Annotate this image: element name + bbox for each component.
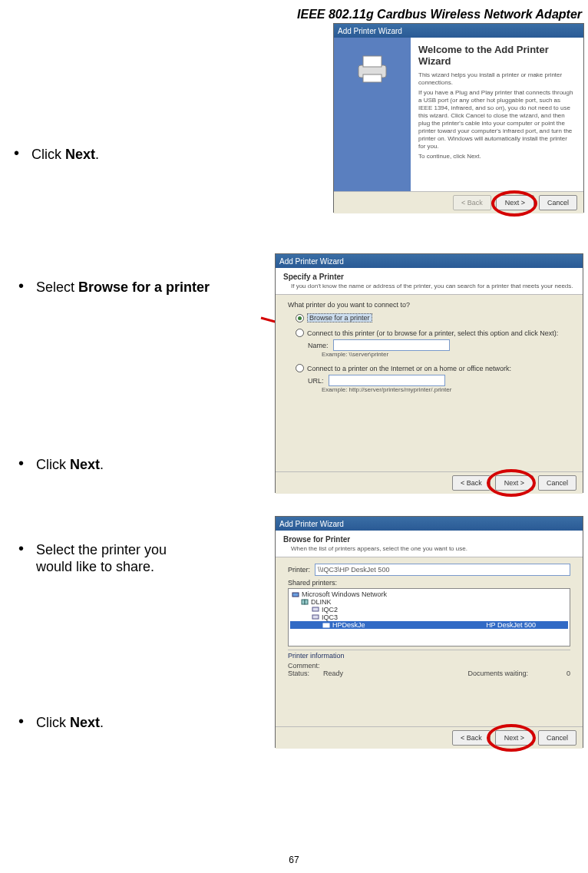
tree-row-group[interactable]: DLINK bbox=[290, 598, 568, 606]
back-button[interactable]: < Back bbox=[452, 475, 491, 491]
wizard-note-text: If you have a Plug and Play printer that… bbox=[418, 89, 576, 150]
option-connect-name[interactable]: Connect to this printer (or to browse fo… bbox=[296, 329, 570, 337]
page: IEEE 802.11g Cardbus Wireless Network Ad… bbox=[0, 0, 588, 873]
name-field[interactable] bbox=[333, 339, 450, 351]
printer-icon bbox=[354, 50, 391, 87]
wizard-welcome: Add Printer Wizard Welcome to the Add Pr… bbox=[333, 23, 584, 213]
wizard-header-title: Specify a Printer bbox=[283, 273, 344, 281]
instruction-text: Click Next. bbox=[36, 456, 104, 473]
bullet-icon: • bbox=[14, 146, 19, 160]
tree-row-printer-selected[interactable]: HPDeskJe HP DeskJet 500 bbox=[290, 621, 568, 629]
instruction-text: Click Next. bbox=[31, 146, 99, 163]
url-example: Example: http://server/printers/myprinte… bbox=[322, 386, 570, 393]
wizard-intro-text: This wizard helps you install a printer … bbox=[418, 71, 576, 87]
computer-icon bbox=[312, 613, 319, 621]
radio-icon bbox=[296, 329, 304, 337]
wizard-header: Browse for Printer When the list of prin… bbox=[276, 531, 583, 557]
wizard-sidebar bbox=[334, 38, 411, 191]
wizard-title: Add Printer Wizard bbox=[279, 520, 344, 528]
name-label: Name: bbox=[308, 342, 329, 349]
network-icon bbox=[292, 590, 299, 598]
bullet-icon: • bbox=[18, 541, 24, 555]
instruction-text: Select the printer you would like to sha… bbox=[36, 541, 167, 575]
url-label: URL: bbox=[308, 377, 324, 385]
back-button[interactable]: < Back bbox=[452, 730, 491, 746]
wizard-button-row: < Back Next > Cancel bbox=[334, 191, 583, 213]
svg-rect-8 bbox=[312, 607, 319, 611]
wizard-title: Add Printer Wizard bbox=[338, 27, 402, 35]
wizard-titlebar: Add Printer Wizard bbox=[276, 254, 583, 268]
next-button[interactable]: Next > bbox=[495, 730, 533, 746]
next-button[interactable]: Next > bbox=[496, 195, 534, 210]
name-example: Example: \\server\printer bbox=[322, 351, 570, 358]
wizard-header-title: Browse for Printer bbox=[283, 535, 350, 544]
svg-rect-1 bbox=[363, 56, 382, 67]
wizard-browse-printer: Add Printer Wizard Browse for Printer Wh… bbox=[275, 516, 583, 748]
cancel-button[interactable]: Cancel bbox=[539, 195, 577, 210]
svg-rect-9 bbox=[312, 615, 319, 619]
wizard-continue-text: To continue, click Next. bbox=[418, 153, 576, 160]
bullet-icon: • bbox=[18, 714, 24, 728]
comment-label: Comment: bbox=[288, 662, 320, 670]
radio-icon bbox=[296, 364, 304, 372]
option-connect-url[interactable]: Connect to a printer on the Internet or … bbox=[296, 364, 570, 372]
wizard-title: Add Printer Wizard bbox=[279, 257, 344, 266]
wizard-header-sub: If you don't know the name or address of… bbox=[291, 283, 575, 289]
wizard-titlebar: Add Printer Wizard bbox=[334, 24, 583, 38]
tree-row-network[interactable]: Microsoft Windows Network bbox=[290, 590, 568, 598]
cancel-button[interactable]: Cancel bbox=[538, 475, 576, 491]
cancel-button[interactable]: Cancel bbox=[538, 730, 576, 746]
docs-waiting-label: Documents waiting: bbox=[467, 670, 528, 677]
printer-icon bbox=[322, 621, 330, 629]
wizard-button-row: < Back Next > Cancel bbox=[276, 471, 583, 494]
printer-info-frame: Printer information Comment: Status: Rea… bbox=[288, 650, 570, 677]
wizard-titlebar: Add Printer Wizard bbox=[276, 517, 583, 531]
wizard-button-row: < Back Next > Cancel bbox=[276, 726, 583, 749]
radio-icon bbox=[296, 314, 304, 322]
back-button[interactable]: < Back bbox=[453, 195, 491, 210]
option-browse-label: Browse for a printer bbox=[307, 313, 372, 322]
docs-waiting-value: 0 bbox=[567, 670, 570, 677]
instruction-text: Select Browse for a printer bbox=[36, 279, 210, 296]
printer-field[interactable]: \\IQC3\HP DeskJet 500 bbox=[315, 564, 570, 576]
wizard-heading: Welcome to the Add Printer Wizard bbox=[418, 44, 576, 67]
url-field[interactable] bbox=[329, 375, 445, 386]
instruction-click-next-3: • Click Next. bbox=[18, 714, 104, 731]
svg-rect-2 bbox=[363, 74, 382, 82]
status-label: Status: bbox=[288, 670, 309, 677]
next-button[interactable]: Next > bbox=[495, 475, 533, 491]
shared-printers-label: Shared printers: bbox=[288, 579, 570, 587]
bullet-icon: • bbox=[18, 456, 24, 470]
wizard-content: Welcome to the Add Printer Wizard This w… bbox=[411, 38, 583, 191]
tree-row-computer[interactable]: IQC2 bbox=[290, 606, 568, 613]
printer-info-title: Printer information bbox=[288, 652, 570, 660]
svg-rect-6 bbox=[302, 600, 305, 604]
computer-icon bbox=[312, 606, 319, 613]
workgroup-icon bbox=[301, 598, 309, 606]
instruction-select-browse: • Select Browse for a printer bbox=[18, 279, 210, 296]
wizard-header: Specify a Printer If you don't know the … bbox=[276, 268, 583, 295]
question-label: What printer do you want to connect to? bbox=[288, 301, 570, 309]
printer-label: Printer: bbox=[288, 566, 310, 574]
tree-row-computer[interactable]: IQC3 bbox=[290, 613, 568, 621]
svg-rect-7 bbox=[305, 600, 308, 604]
status-value: Ready bbox=[323, 670, 343, 677]
instruction-select-printer: • Select the printer you would like to s… bbox=[18, 541, 167, 575]
wizard-header-sub: When the list of printers appears, selec… bbox=[291, 545, 575, 552]
svg-rect-5 bbox=[292, 593, 299, 597]
printer-tree[interactable]: Microsoft Windows Network DLINK IQC2 bbox=[288, 588, 570, 646]
wizard-content: What printer do you want to connect to? … bbox=[276, 295, 583, 471]
wizard-content: Printer: \\IQC3\HP DeskJet 500 Shared pr… bbox=[276, 557, 583, 726]
instruction-click-next-1: • Click Next. bbox=[14, 146, 99, 163]
page-number: 67 bbox=[0, 855, 588, 865]
page-header: IEEE 802.11g Cardbus Wireless Network Ad… bbox=[297, 8, 582, 21]
wizard-specify-printer: Add Printer Wizard Specify a Printer If … bbox=[275, 253, 583, 493]
instruction-click-next-2: • Click Next. bbox=[18, 456, 104, 473]
option-connect-name-label: Connect to this printer (or to browse fo… bbox=[307, 329, 558, 337]
bullet-icon: • bbox=[18, 279, 24, 293]
option-browse[interactable]: Browse for a printer bbox=[296, 313, 570, 322]
instruction-text: Click Next. bbox=[36, 714, 104, 731]
svg-rect-10 bbox=[323, 623, 329, 627]
option-connect-url-label: Connect to a printer on the Internet or … bbox=[307, 365, 511, 372]
